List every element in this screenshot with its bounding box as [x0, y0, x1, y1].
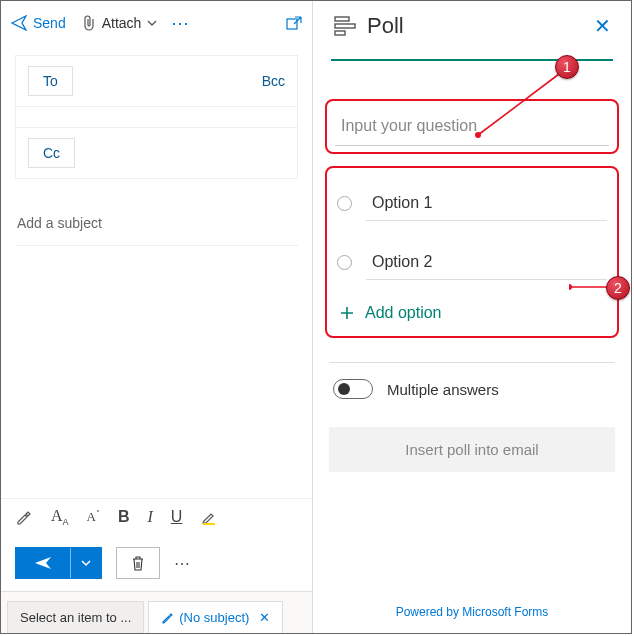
poll-pane: Poll ✕ Add option Multiple answers [313, 1, 631, 633]
subject-input[interactable] [15, 209, 298, 237]
compose-toolbar: Send Attach ⋯ [1, 1, 312, 45]
subject-box [15, 209, 298, 237]
insert-poll-button[interactable]: Insert poll into email [329, 427, 615, 472]
popout-icon [286, 16, 302, 30]
cc-button[interactable]: Cc [28, 138, 75, 168]
poll-title: Poll [367, 13, 404, 39]
poll-icon [333, 14, 357, 38]
tab-label: Select an item to ... [20, 610, 131, 625]
add-option-label: Add option [365, 304, 442, 322]
format-toolbar: AA A˅ B I U [1, 498, 312, 535]
svg-rect-4 [335, 31, 345, 35]
format-painter-icon[interactable] [15, 508, 33, 526]
option-input-1[interactable] [366, 186, 607, 221]
send-icon [34, 556, 52, 570]
svg-rect-0 [287, 19, 297, 29]
edit-icon [161, 612, 173, 624]
italic-button[interactable]: I [148, 508, 153, 526]
tab-select-item[interactable]: Select an item to ... [7, 601, 144, 633]
multiple-answers-toggle[interactable] [333, 379, 373, 399]
svg-rect-3 [335, 24, 355, 28]
question-input[interactable] [335, 107, 609, 146]
to-button[interactable]: To [28, 66, 73, 96]
option-row [337, 186, 607, 221]
chevron-down-icon [81, 558, 91, 568]
attach-button[interactable]: Attach [82, 15, 158, 31]
plus-icon [339, 305, 355, 321]
send-label: Send [33, 15, 66, 31]
compose-more-button[interactable]: ⋯ [171, 12, 189, 34]
action-more-button[interactable]: ⋯ [174, 554, 190, 573]
send-dropdown[interactable] [70, 548, 101, 578]
bcc-button[interactable]: Bcc [262, 73, 285, 89]
insert-poll-label: Insert poll into email [405, 441, 538, 458]
chevron-down-icon [147, 18, 157, 28]
send-split-button[interactable] [15, 547, 102, 579]
cc-row[interactable]: Cc [16, 127, 297, 178]
font-size-up-icon[interactable]: AA [51, 507, 69, 527]
trash-icon [131, 555, 145, 571]
option-input-2[interactable] [366, 245, 607, 280]
question-callout-box [325, 99, 619, 154]
callout-badge-1: 1 [555, 55, 579, 79]
callout-badge-2: 2 [606, 276, 630, 300]
to-input-row[interactable] [16, 106, 297, 127]
underline-button[interactable]: U [171, 508, 183, 526]
send-button[interactable]: Send [11, 15, 66, 31]
font-size-down-icon[interactable]: A˅ [87, 509, 100, 525]
option-row [337, 245, 607, 280]
recipients-block: To Bcc Cc [15, 55, 298, 179]
options-callout-box: Add option [325, 166, 619, 338]
tab-label: (No subject) [179, 610, 249, 625]
compose-body[interactable] [1, 246, 312, 498]
poll-header: Poll ✕ [313, 1, 631, 59]
tab-no-subject[interactable]: (No subject) ✕ [148, 601, 283, 633]
svg-rect-1 [203, 523, 215, 525]
highlight-icon[interactable] [200, 508, 218, 526]
compose-pane: Send Attach ⋯ To Bcc Cc [1, 1, 313, 633]
close-poll-button[interactable]: ✕ [594, 14, 611, 38]
tab-bar: Select an item to ... (No subject) ✕ [1, 591, 312, 633]
action-row: ⋯ [1, 535, 312, 591]
add-option-button[interactable]: Add option [339, 304, 607, 322]
radio-icon[interactable] [337, 196, 352, 211]
bold-button[interactable]: B [118, 508, 130, 526]
paperclip-icon [82, 15, 96, 31]
powered-by-link[interactable]: Powered by Microsoft Forms [313, 605, 631, 619]
svg-rect-2 [335, 17, 349, 21]
close-icon[interactable]: ✕ [259, 610, 270, 625]
multiple-answers-label: Multiple answers [387, 381, 499, 398]
attach-label: Attach [102, 15, 142, 31]
send-main[interactable] [16, 548, 70, 578]
radio-icon[interactable] [337, 255, 352, 270]
popout-button[interactable] [286, 16, 302, 30]
multiple-answers-row: Multiple answers [313, 363, 631, 415]
discard-button[interactable] [116, 547, 160, 579]
send-icon [11, 15, 27, 31]
to-row[interactable]: To Bcc [16, 56, 297, 106]
